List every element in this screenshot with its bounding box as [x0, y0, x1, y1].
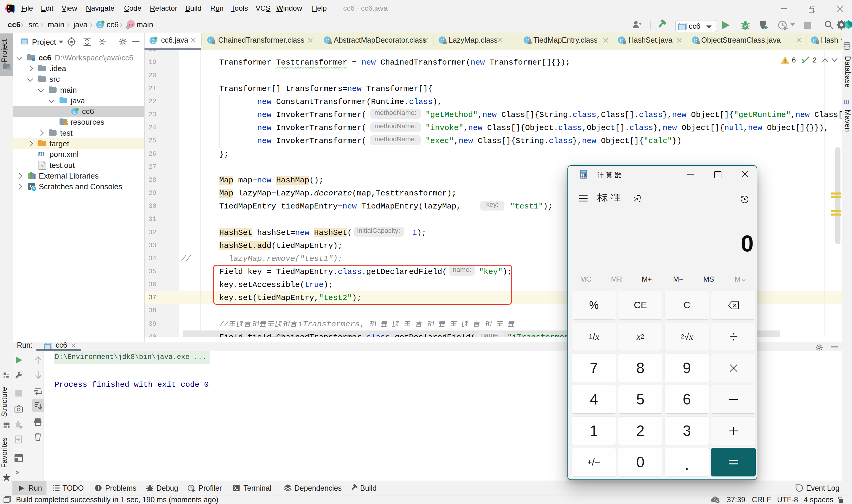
svg-text:C: C [73, 110, 76, 114]
svg-text:?: ? [41, 164, 44, 170]
svg-text:m: m [129, 22, 133, 28]
svg-text:?: ? [713, 496, 715, 501]
svg-text:C: C [98, 22, 102, 28]
svg-text:IJ: IJ [8, 6, 11, 9]
